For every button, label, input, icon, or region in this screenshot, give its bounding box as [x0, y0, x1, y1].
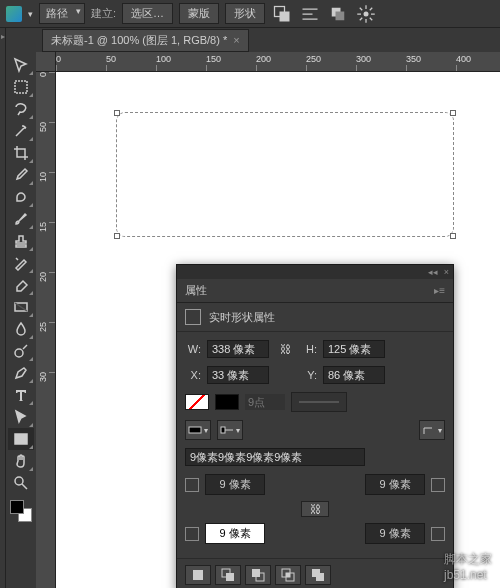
pathop-2[interactable] [215, 565, 241, 585]
svg-rect-20 [286, 573, 290, 577]
make-label: 建立: [91, 6, 116, 21]
corner-br-input[interactable]: 9 像素 [365, 523, 425, 544]
wand-tool[interactable] [8, 120, 34, 142]
path-select-tool[interactable] [8, 406, 34, 428]
svg-point-9 [15, 477, 23, 485]
crop-tool[interactable] [8, 142, 34, 164]
height-label: H: [301, 343, 317, 355]
svg-rect-3 [336, 11, 345, 20]
svg-rect-13 [193, 570, 203, 580]
blur-tool[interactable] [8, 318, 34, 340]
dodge-tool[interactable] [8, 340, 34, 362]
stamp-tool[interactable] [8, 230, 34, 252]
width-label: W: [185, 343, 201, 355]
stroke-style-dropdown[interactable] [291, 392, 347, 412]
shape-button[interactable]: 形状 [225, 3, 265, 24]
svg-rect-15 [226, 573, 234, 581]
ruler-horizontal[interactable]: 050100150200250300350400 [56, 52, 500, 72]
x-label: X: [185, 369, 201, 381]
handle-bl[interactable] [114, 233, 120, 239]
lasso-tool[interactable] [8, 98, 34, 120]
selection-button[interactable]: 选区… [122, 3, 173, 24]
align-icon[interactable] [299, 4, 321, 24]
watermark: 脚本之家 jb51.net [444, 551, 492, 582]
y-input[interactable] [323, 366, 385, 384]
panel-header: ◂◂ × [177, 265, 453, 279]
options-bar: ▾ 路径 建立: 选区… 蒙版 形状 [0, 0, 500, 28]
color-swatch[interactable] [10, 500, 32, 522]
width-input[interactable] [207, 340, 269, 358]
pen-tool[interactable] [8, 362, 34, 384]
y-label: Y: [301, 369, 317, 381]
brush-tool[interactable] [8, 208, 34, 230]
link-corners-icon[interactable]: ⛓ [301, 501, 329, 517]
mode-dropdown[interactable]: 路径 [39, 3, 85, 24]
history-brush-tool[interactable] [8, 252, 34, 274]
panel-title: 属性 [185, 283, 207, 298]
app-window: ▾ 路径 建立: 选区… 蒙版 形状 ▸ 未标题-1 @ 100% (图层 1,… [0, 0, 500, 588]
pathop-5[interactable] [305, 565, 331, 585]
zoom-tool[interactable] [8, 472, 34, 494]
stroke-swatch[interactable] [215, 394, 239, 410]
panel-menu-icon[interactable]: ▸≡ [434, 285, 445, 296]
pathop-1[interactable] [185, 565, 211, 585]
close-icon[interactable]: × [233, 34, 239, 46]
link-wh-icon[interactable]: ⛓ [275, 341, 295, 357]
corners-summary-input[interactable] [185, 448, 365, 466]
shape-type-icon [185, 309, 201, 325]
pathop-3[interactable] [245, 565, 271, 585]
eraser-tool[interactable] [8, 274, 34, 296]
expand-icon: ▸ [1, 32, 5, 41]
svg-rect-11 [189, 427, 201, 433]
properties-panel: ◂◂ × 属性 ▸≡ 实时形状属性 W: ⛓ H: X: Y: [176, 264, 454, 588]
eyedropper-tool[interactable] [8, 164, 34, 186]
collapse-icon[interactable]: ◂◂ [428, 267, 438, 277]
cap-dropdown[interactable]: ▾ [217, 420, 243, 440]
gradient-tool[interactable] [8, 296, 34, 318]
corner-tr-icon[interactable] [431, 478, 445, 492]
svg-rect-8 [15, 434, 27, 444]
document-tab[interactable]: 未标题-1 @ 100% (图层 1, RGB/8) * × [42, 29, 249, 52]
panel-footer [177, 558, 453, 588]
rounded-rect-shape[interactable] [116, 112, 454, 237]
ruler-vertical[interactable]: 0501015202530 [36, 72, 56, 588]
corner-bl-input[interactable]: 9 像素 [205, 523, 265, 544]
corner-tl-icon[interactable] [185, 478, 199, 492]
tool-palette [6, 52, 36, 522]
arrow-down-icon[interactable]: ▾ [28, 9, 33, 19]
type-tool[interactable] [8, 384, 34, 406]
svg-rect-22 [316, 573, 324, 581]
mask-button[interactable]: 蒙版 [179, 3, 219, 24]
ruler-origin[interactable] [36, 52, 56, 72]
handle-br[interactable] [450, 233, 456, 239]
corner-tr-input[interactable]: 9 像素 [365, 474, 425, 495]
height-input[interactable] [323, 340, 385, 358]
x-input[interactable] [207, 366, 269, 384]
arrange-icon[interactable] [327, 4, 349, 24]
fill-swatch[interactable] [185, 394, 209, 410]
move-tool[interactable] [8, 54, 34, 76]
gear-icon[interactable] [355, 4, 377, 24]
handle-tr[interactable] [450, 110, 456, 116]
close-icon[interactable]: × [444, 267, 449, 277]
align-stroke-dropdown[interactable]: ▾ [185, 420, 211, 440]
hand-tool[interactable] [8, 450, 34, 472]
panel-tab-bar: 属性 ▸≡ [177, 279, 453, 303]
svg-point-7 [15, 349, 23, 357]
corner-br-icon[interactable] [431, 527, 445, 541]
heal-tool[interactable] [8, 186, 34, 208]
pathop-4[interactable] [275, 565, 301, 585]
handle-tl[interactable] [114, 110, 120, 116]
path-combine-icon[interactable] [271, 4, 293, 24]
panel-body: W: ⛓ H: X: Y: 9点 ▾ ▾ [177, 332, 453, 558]
svg-rect-5 [15, 81, 27, 93]
stroke-width-disabled: 9点 [245, 394, 285, 410]
document-tab-bar: 未标题-1 @ 100% (图层 1, RGB/8) * × [36, 28, 249, 52]
svg-rect-1 [280, 11, 290, 21]
corner-tl-input[interactable]: 9 像素 [205, 474, 265, 495]
join-dropdown[interactable]: ▾ [419, 420, 445, 440]
marquee-tool[interactable] [8, 76, 34, 98]
corner-bl-icon[interactable] [185, 527, 199, 541]
rectangle-tool[interactable] [8, 428, 34, 450]
panel-subtitle-row: 实时形状属性 [177, 303, 453, 332]
